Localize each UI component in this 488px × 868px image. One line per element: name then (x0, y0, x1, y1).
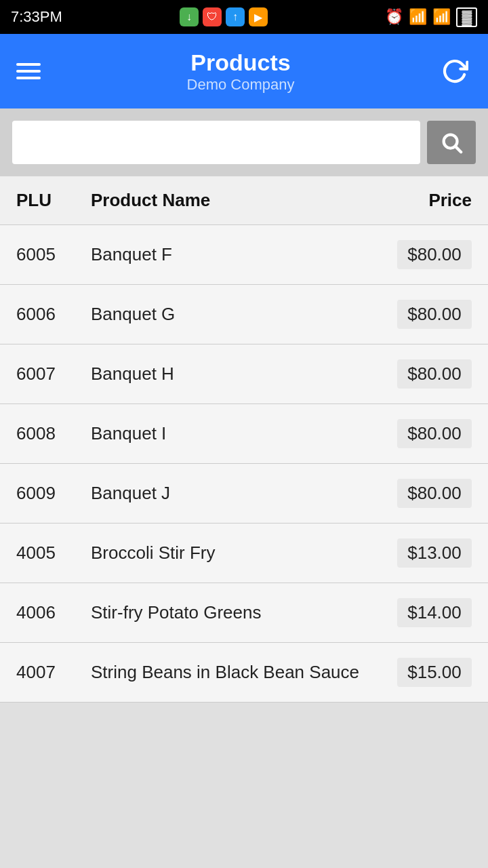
row-price: $80.00 (397, 300, 472, 329)
status-left: 7:33PM (11, 8, 62, 26)
clock-icon: ⏰ (385, 8, 403, 26)
row-product-name: Banquet F (91, 244, 370, 265)
product-table: PLU Product Name Price 6005 Banquet F $8… (0, 176, 488, 703)
table-row[interactable]: 6008 Banquet I $80.00 (0, 404, 488, 464)
signal-icon: 📶 (432, 8, 451, 26)
company-name: Demo Company (187, 76, 295, 94)
table-row[interactable]: 4007 String Beans in Black Bean Sauce $1… (0, 643, 488, 703)
row-price: $14.00 (397, 598, 472, 627)
table-header: PLU Product Name Price (0, 176, 488, 225)
search-icon (440, 131, 463, 154)
row-price-wrapper: $80.00 (370, 419, 472, 448)
refresh-icon (441, 58, 468, 85)
app-icon-up-arrow: ↑ (226, 7, 245, 26)
row-price-wrapper: $15.00 (370, 658, 472, 687)
row-price-wrapper: $80.00 (370, 479, 472, 508)
search-input[interactable] (12, 121, 420, 164)
table-row[interactable]: 6006 Banquet G $80.00 (0, 285, 488, 344)
row-product-name: Banquet G (91, 304, 370, 325)
wifi-icon: 📶 (409, 8, 427, 26)
row-plu: 4005 (16, 542, 91, 564)
status-right: ⏰ 📶 📶 ▓ (385, 7, 477, 27)
row-product-name: Banquet H (91, 363, 370, 384)
row-plu: 6008 (16, 423, 91, 444)
battery-icon: ▓ (456, 7, 477, 27)
row-price: $80.00 (397, 419, 472, 448)
row-plu: 4007 (16, 662, 91, 683)
header-title-block: Products Demo Company (187, 50, 295, 94)
col-header-name: Product Name (91, 190, 370, 211)
hamburger-line-1 (16, 63, 41, 66)
app-icon-down-arrow: ↓ (180, 7, 199, 26)
table-row[interactable]: 4006 Stir-fry Potato Greens $14.00 (0, 583, 488, 643)
table-row[interactable]: 6007 Banquet H $80.00 (0, 344, 488, 404)
row-price: $80.00 (397, 479, 472, 508)
status-bar: 7:33PM ↓ 🛡 ↑ ▶ ⏰ 📶 📶 ▓ (0, 0, 488, 34)
row-plu: 6005 (16, 244, 91, 265)
hamburger-line-3 (16, 77, 41, 79)
row-product-name: String Beans in Black Bean Sauce (91, 662, 370, 683)
table-rows: 6005 Banquet F $80.00 6006 Banquet G $80… (0, 225, 488, 703)
header: Products Demo Company (0, 34, 488, 108)
row-plu: 6006 (16, 304, 91, 325)
row-price: $80.00 (397, 359, 472, 389)
row-price: $15.00 (397, 658, 472, 687)
hamburger-menu-button[interactable] (16, 63, 43, 79)
row-product-name: Broccoli Stir Fry (91, 542, 370, 564)
status-time: 7:33PM (11, 8, 62, 26)
page-title: Products (187, 50, 295, 76)
row-product-name: Banquet I (91, 423, 370, 444)
row-plu: 4006 (16, 602, 91, 623)
row-plu: 6009 (16, 483, 91, 504)
search-button[interactable] (427, 121, 476, 164)
row-price-wrapper: $80.00 (370, 300, 472, 329)
row-product-name: Stir-fry Potato Greens (91, 602, 370, 623)
search-bar (0, 108, 488, 176)
row-product-name: Banquet J (91, 483, 370, 504)
hamburger-line-2 (16, 70, 41, 73)
col-header-plu: PLU (16, 190, 91, 211)
status-icons: ↓ 🛡 ↑ ▶ (180, 7, 268, 26)
row-price-wrapper: $13.00 (370, 538, 472, 568)
table-row[interactable]: 6005 Banquet F $80.00 (0, 225, 488, 285)
app-icon-shield: 🛡 (203, 7, 222, 26)
row-plu: 6007 (16, 363, 91, 384)
row-price-wrapper: $80.00 (370, 359, 472, 389)
app-icon-play: ▶ (249, 7, 268, 26)
table-row[interactable]: 4005 Broccoli Stir Fry $13.00 (0, 524, 488, 583)
svg-line-1 (455, 146, 461, 152)
table-row[interactable]: 6009 Banquet J $80.00 (0, 464, 488, 524)
col-header-price: Price (370, 190, 472, 211)
row-price-wrapper: $14.00 (370, 598, 472, 627)
row-price: $80.00 (397, 240, 472, 269)
refresh-button[interactable] (438, 54, 472, 88)
row-price: $13.00 (397, 538, 472, 568)
row-price-wrapper: $80.00 (370, 240, 472, 269)
